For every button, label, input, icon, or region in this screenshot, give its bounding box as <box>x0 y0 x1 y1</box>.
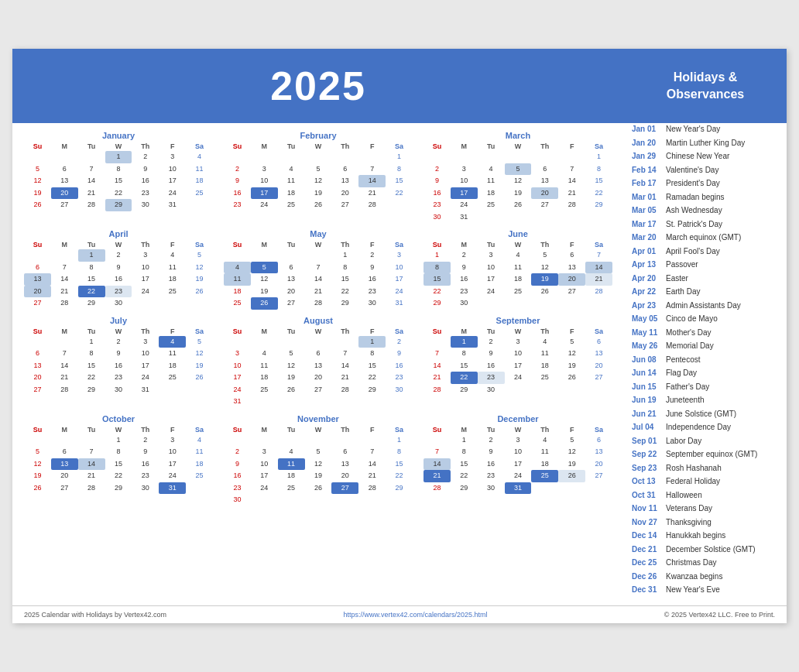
day-header-th: Th <box>132 142 159 151</box>
day-cell: 21 <box>424 372 451 384</box>
day-cell: 17 <box>132 273 159 286</box>
day-cell: 29 <box>105 482 132 495</box>
day-cell <box>386 494 413 506</box>
day-header-f: F <box>358 240 386 249</box>
day-cell: 2 <box>224 163 251 176</box>
day-cell: 27 <box>585 372 612 384</box>
day-cell: 26 <box>24 482 51 495</box>
holiday-date: Dec 21 <box>632 543 663 557</box>
day-cell: 16 <box>424 187 451 200</box>
day-cell: 11 <box>186 446 213 458</box>
day-cell <box>424 151 451 163</box>
day-cell: 25 <box>531 470 558 482</box>
day-cell: 8 <box>358 348 386 360</box>
day-cell <box>531 211 558 224</box>
day-cell: 9 <box>386 348 413 360</box>
day-cell: 11 <box>478 175 505 187</box>
holiday-item: Jun 21June Solstice (GMT) <box>632 408 779 421</box>
day-cell: 25 <box>186 470 213 482</box>
day-cell: 28 <box>358 482 386 495</box>
day-cell: 24 <box>505 372 532 384</box>
holiday-date: Nov 11 <box>632 502 663 516</box>
holiday-name: Christmas Day <box>666 557 717 570</box>
day-cell: 22 <box>78 372 105 384</box>
day-cell: 29 <box>358 384 386 396</box>
day-cell: 7 <box>424 348 451 360</box>
day-cell: 15 <box>105 175 132 187</box>
day-header-m: M <box>251 142 278 151</box>
holiday-date: Apr 20 <box>632 273 663 286</box>
day-cell: 30 <box>424 211 451 224</box>
day-cell: 23 <box>358 286 386 298</box>
day-cell: 14 <box>558 175 585 187</box>
day-cell: 7 <box>558 163 585 176</box>
day-cell: 24 <box>386 286 413 298</box>
day-cell: 30 <box>224 494 251 506</box>
day-cell: 21 <box>51 372 78 384</box>
day-cell: 10 <box>505 446 532 458</box>
day-header-w: W <box>505 142 532 151</box>
holiday-name: New Year's Eve <box>666 584 720 597</box>
day-cell: 8 <box>451 348 478 360</box>
day-cell: 7 <box>331 348 358 360</box>
day-cell <box>585 482 612 495</box>
day-cell: 6 <box>585 336 612 348</box>
day-cell <box>478 211 505 224</box>
day-cell <box>358 494 386 506</box>
day-cell <box>478 151 505 163</box>
day-cell: 21 <box>585 273 612 286</box>
day-cell: 24 <box>159 470 186 482</box>
day-cell: 3 <box>505 336 532 348</box>
day-cell: 27 <box>531 199 558 211</box>
day-cell <box>251 336 278 348</box>
day-header-w: W <box>505 327 532 336</box>
day-cell <box>251 396 278 408</box>
holiday-item: Nov 27Thanksgiving <box>632 516 779 530</box>
month-title: January <box>24 131 213 140</box>
day-cell: 19 <box>531 273 558 286</box>
day-header-f: F <box>159 240 186 249</box>
holiday-item: May 11Mother's Day <box>632 327 779 340</box>
holiday-item: Oct 13Federal Holiday <box>632 475 779 489</box>
day-header-su: Su <box>24 327 51 336</box>
day-header-tu: Tu <box>78 240 105 249</box>
holiday-name: Veterans Day <box>666 502 712 516</box>
day-cell: 27 <box>558 286 585 298</box>
holiday-date: Mar 05 <box>632 204 663 218</box>
day-cell <box>531 151 558 163</box>
day-cell: 4 <box>186 151 213 163</box>
day-cell: 5 <box>305 446 332 458</box>
day-cell: 7 <box>424 446 451 458</box>
day-header-tu: Tu <box>478 142 505 151</box>
day-cell: 16 <box>105 360 132 372</box>
day-cell: 23 <box>451 286 478 298</box>
day-cell <box>331 396 358 408</box>
day-cell: 6 <box>51 163 78 176</box>
day-cell: 15 <box>451 360 478 372</box>
holiday-name: Passover <box>666 259 698 272</box>
day-cell <box>51 249 78 262</box>
day-header-su: Su <box>424 240 451 249</box>
day-cell: 28 <box>51 297 78 310</box>
day-cell: 12 <box>186 262 213 274</box>
day-cell <box>531 482 558 495</box>
holiday-name: April Fool's Day <box>666 245 720 259</box>
day-cell: 10 <box>251 458 278 471</box>
day-cell: 26 <box>186 372 213 384</box>
day-header-m: M <box>51 240 78 249</box>
day-cell: 7 <box>358 163 386 176</box>
day-cell: 1 <box>386 151 413 163</box>
day-cell: 27 <box>51 199 78 211</box>
day-header-m: M <box>51 425 78 434</box>
day-cell: 10 <box>386 262 413 274</box>
footer-link[interactable]: https://www.vertex42.com/calendars/2025.… <box>343 611 487 619</box>
day-cell: 7 <box>358 446 386 458</box>
day-cell: 28 <box>331 384 358 396</box>
day-cell: 22 <box>386 187 413 200</box>
day-cell: 6 <box>305 348 332 360</box>
day-cell: 10 <box>505 348 532 360</box>
day-cell: 30 <box>451 297 478 310</box>
holiday-date: Dec 26 <box>632 571 663 584</box>
day-cell: 14 <box>358 458 386 471</box>
holiday-item: Apr 23Admin Assistants Day <box>632 300 779 313</box>
